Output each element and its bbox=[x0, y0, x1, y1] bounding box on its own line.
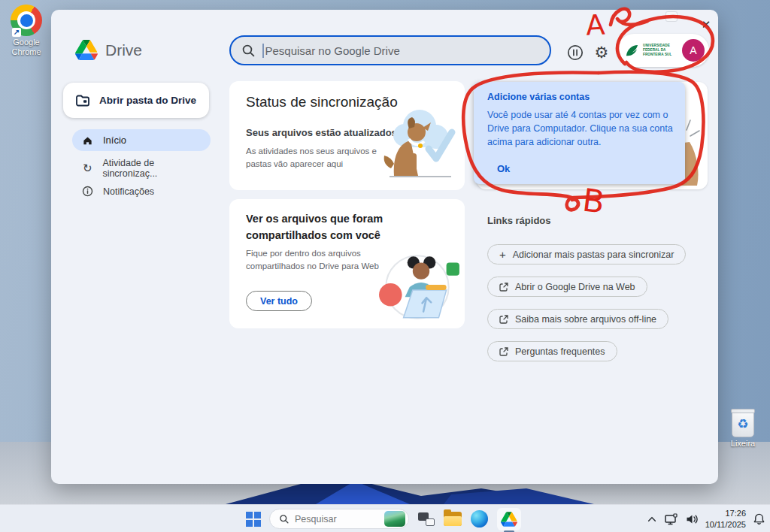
open-in-new-icon bbox=[499, 315, 508, 324]
sidebar-item-notifications[interactable]: Notificações bbox=[72, 180, 211, 202]
info-icon bbox=[82, 186, 93, 197]
drive-logo-icon bbox=[501, 512, 517, 527]
edge-browser-button[interactable] bbox=[471, 510, 488, 527]
recycle-bin-icon: ♻ bbox=[732, 410, 754, 437]
speaker-icon bbox=[685, 513, 699, 525]
google-drive-taskbar-button[interactable] bbox=[497, 508, 521, 530]
offline-files-help-button[interactable]: Saiba mais sobre arquivos off-line bbox=[487, 309, 668, 329]
desktop-icon-recycle-bin[interactable]: ♻ Lixeira bbox=[723, 410, 763, 449]
sync-status-card: Status de sincronização Seus arquivos es… bbox=[229, 81, 465, 190]
tray-volume[interactable] bbox=[685, 513, 699, 525]
open-in-new-icon bbox=[499, 283, 508, 292]
network-icon bbox=[664, 512, 678, 526]
pause-icon bbox=[566, 44, 584, 62]
desktop-icon-chrome[interactable]: ↗ Google Chrome bbox=[6, 5, 47, 56]
avatar: A bbox=[682, 39, 705, 62]
text-caret bbox=[262, 44, 264, 58]
recycle-glyph: ♻ bbox=[737, 416, 748, 431]
time: 17:26 bbox=[705, 508, 746, 518]
sidebar-item-sync-activity[interactable]: ↻ Atividade de sincronizaç... bbox=[72, 157, 211, 179]
chrome-icon: ↗ bbox=[11, 5, 42, 36]
open-drive-folder-button[interactable]: Abrir pasta do Drive bbox=[63, 83, 209, 118]
search-icon bbox=[279, 514, 289, 524]
card-body: Fique por dentro dos arquivos compartilh… bbox=[246, 247, 380, 272]
plus-icon: + bbox=[499, 248, 506, 261]
sync-icon: ↻ bbox=[82, 162, 92, 175]
tray-network[interactable] bbox=[664, 512, 678, 526]
uffs-logo-icon bbox=[625, 44, 639, 58]
gear-icon: ⚙ bbox=[595, 44, 609, 62]
quick-links-heading: Links rápidos bbox=[487, 215, 551, 226]
taskbar-search-input[interactable] bbox=[295, 514, 378, 524]
open-in-new-icon bbox=[499, 347, 508, 356]
desktop-icon-label: Google Chrome bbox=[6, 38, 47, 56]
folder-icon bbox=[75, 94, 90, 107]
org-name: UNIVERSIDADE FEDERAL DA FRONTEIRA SUL bbox=[643, 44, 671, 56]
shortcut-arrow-icon: ↗ bbox=[12, 28, 21, 37]
close-button[interactable]: ✕ bbox=[696, 16, 716, 34]
drive-search-bar[interactable] bbox=[229, 35, 551, 65]
file-explorer-button[interactable] bbox=[444, 512, 462, 526]
pause-sync-button[interactable] bbox=[565, 43, 585, 62]
desktop-icon-label: Lixeira bbox=[723, 439, 763, 449]
app-title: Drive bbox=[105, 41, 142, 59]
open-drive-web-button[interactable]: Abrir o Google Drive na Web bbox=[487, 277, 647, 297]
faq-button[interactable]: Perguntas frequentes bbox=[487, 341, 617, 361]
multi-account-popup: Adicione várias contas Você pode usar at… bbox=[474, 82, 685, 184]
search-icon bbox=[241, 44, 255, 57]
popup-body: Você pode usar até 4 contas por vez com … bbox=[487, 108, 675, 149]
drive-app-window: ✕ Drive ⚙ UNIVER bbox=[51, 10, 718, 484]
dog-cloud-illustration bbox=[356, 101, 462, 182]
card-title: Ver os arquivos que foram compartilhados… bbox=[246, 211, 461, 244]
search-highlight-image bbox=[384, 511, 405, 527]
bell-icon bbox=[753, 512, 765, 525]
popup-title: Adicione várias contas bbox=[487, 92, 590, 102]
taskbar-search[interactable] bbox=[269, 509, 409, 529]
desktop: ↗ Google Chrome ♻ Lixeira ✕ Drive bbox=[0, 0, 770, 532]
sidebar-item-home[interactable]: Início bbox=[72, 129, 211, 151]
account-button[interactable]: UNIVERSIDADE FEDERAL DA FRONTEIRA SUL A bbox=[617, 34, 709, 67]
date: 10/11/2025 bbox=[705, 519, 746, 530]
add-folders-button[interactable]: + Adicionar mais pastas para sincronizar bbox=[487, 244, 686, 264]
tray-chevron-up[interactable] bbox=[647, 515, 657, 524]
tray-notifications[interactable] bbox=[753, 512, 765, 525]
person-folder-illustration bbox=[377, 247, 463, 324]
start-button[interactable] bbox=[246, 512, 260, 526]
task-view-button[interactable] bbox=[418, 512, 435, 526]
see-all-button[interactable]: Ver tudo bbox=[246, 291, 312, 311]
shared-files-card: Ver os arquivos que foram compartilhados… bbox=[229, 199, 465, 328]
app-brand: Drive bbox=[75, 40, 142, 60]
search-input[interactable] bbox=[265, 44, 540, 57]
restore-button[interactable] bbox=[666, 12, 677, 21]
settings-button[interactable]: ⚙ bbox=[592, 43, 611, 62]
taskbar: 17:26 10/11/2025 bbox=[0, 504, 770, 532]
drive-logo-icon bbox=[75, 40, 98, 60]
tray-clock[interactable]: 17:26 10/11/2025 bbox=[705, 508, 746, 530]
chevron-up-icon bbox=[647, 515, 657, 524]
home-icon bbox=[82, 135, 93, 146]
ok-button[interactable]: Ok bbox=[497, 163, 510, 174]
